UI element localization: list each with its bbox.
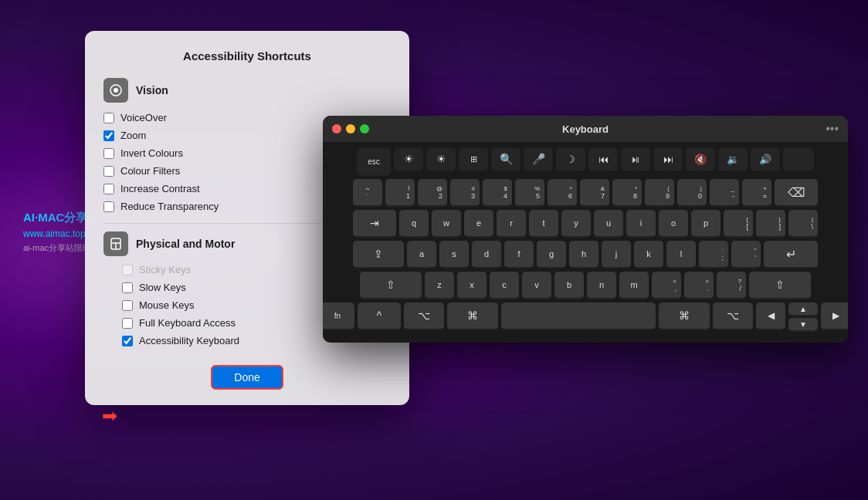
key-right-arrow[interactable]: ▶: [821, 302, 848, 330]
key-vol-down[interactable]: 🔉: [718, 148, 748, 171]
key-c[interactable]: c: [490, 272, 519, 299]
key-f[interactable]: f: [504, 241, 534, 269]
key-mission-control[interactable]: ⊞: [459, 148, 488, 171]
key-e[interactable]: e: [464, 210, 493, 238]
key-v[interactable]: v: [522, 272, 551, 299]
key-3[interactable]: #3: [450, 179, 480, 207]
key-a[interactable]: a: [407, 241, 436, 269]
sticky-keys-checkbox[interactable]: [122, 265, 133, 275]
key-s[interactable]: s: [439, 241, 469, 269]
key-down-arrow[interactable]: ▼: [788, 318, 818, 332]
key-open-bracket[interactable]: {[: [724, 210, 753, 238]
key-n[interactable]: n: [587, 272, 616, 299]
asdf-key-row: ⇪ a s d f g h j k l :; "' ↵: [331, 241, 840, 269]
increase-contrast-checkbox[interactable]: [103, 184, 114, 194]
minimize-button[interactable]: [346, 124, 355, 133]
key-o[interactable]: o: [659, 210, 688, 238]
key-return[interactable]: ↵: [764, 241, 818, 269]
key-6[interactable]: ^6: [548, 179, 577, 207]
mouse-keys-checkbox[interactable]: [122, 300, 133, 311]
done-button[interactable]: Done: [211, 365, 283, 390]
key-i[interactable]: i: [626, 210, 656, 238]
key-vol-up[interactable]: 🔊: [751, 148, 780, 171]
key-dictation[interactable]: 🎤: [524, 148, 553, 171]
key-play-pause[interactable]: ⏯: [621, 148, 650, 171]
key-mute[interactable]: 🔇: [686, 148, 715, 171]
reduce-transparency-label: Reduce Transparency: [120, 201, 219, 212]
physical-icon: [103, 231, 128, 256]
mouse-keys-label: Mouse Keys: [139, 299, 195, 311]
key-x[interactable]: x: [457, 272, 487, 299]
key-ctrl[interactable]: ^: [358, 302, 401, 330]
key-esc[interactable]: esc: [357, 148, 391, 176]
key-1[interactable]: !1: [385, 179, 415, 207]
key-7[interactable]: &7: [580, 179, 609, 207]
slow-keys-checkbox[interactable]: [122, 282, 133, 293]
key-right-option[interactable]: ⌥: [713, 302, 753, 330]
key-comma[interactable]: <,: [652, 272, 681, 299]
key-right-shift[interactable]: ⇧: [749, 272, 811, 299]
key-q[interactable]: q: [399, 210, 429, 238]
key-fast-forward[interactable]: ⏭: [653, 148, 683, 171]
key-close-bracket[interactable]: }]: [756, 210, 785, 238]
key-d[interactable]: d: [472, 241, 501, 269]
key-b[interactable]: b: [554, 272, 584, 299]
key-brightness-up[interactable]: ☀: [426, 148, 456, 171]
key-8[interactable]: *8: [612, 179, 642, 207]
more-options-button[interactable]: •••: [826, 122, 839, 136]
key-up-arrow[interactable]: ▲: [788, 302, 818, 316]
key-quote[interactable]: "': [731, 241, 761, 269]
zoom-checkbox[interactable]: [103, 130, 114, 141]
key-l[interactable]: l: [666, 241, 696, 269]
key-r[interactable]: r: [497, 210, 526, 238]
key-p[interactable]: p: [691, 210, 721, 238]
key-0[interactable]: )0: [677, 179, 707, 207]
key-slash[interactable]: ?/: [717, 272, 746, 299]
voiceover-checkbox[interactable]: [103, 113, 114, 123]
key-k[interactable]: k: [634, 241, 663, 269]
key-h[interactable]: h: [569, 241, 598, 269]
key-w[interactable]: w: [432, 210, 461, 238]
key-2[interactable]: @2: [418, 179, 447, 207]
key-f13[interactable]: [783, 148, 814, 171]
key-left-shift[interactable]: ⇧: [360, 272, 422, 299]
accessibility-keyboard-label: Accessibility Keyboard: [139, 335, 239, 346]
key-minus[interactable]: _-: [710, 179, 739, 207]
close-button[interactable]: [332, 124, 341, 133]
key-fn[interactable]: fn: [323, 302, 354, 330]
key-u[interactable]: u: [594, 210, 623, 238]
accessibility-keyboard-checkbox[interactable]: [122, 336, 133, 346]
key-tab[interactable]: ⇥: [353, 210, 396, 238]
key-backslash[interactable]: |\: [788, 210, 818, 238]
key-m[interactable]: m: [619, 272, 649, 299]
key-brightness-down[interactable]: ☀: [394, 148, 423, 171]
key-left-cmd[interactable]: ⌘: [447, 302, 498, 330]
key-rewind[interactable]: ⏮: [588, 148, 618, 171]
colour-filters-checkbox[interactable]: [103, 166, 114, 177]
key-period[interactable]: >.: [684, 272, 714, 299]
keyboard-titlebar: Keyboard •••: [323, 116, 848, 142]
key-9[interactable]: (9: [645, 179, 674, 207]
key-left-option[interactable]: ⌥: [404, 302, 444, 330]
key-spotlight[interactable]: 🔍: [491, 148, 520, 171]
invert-colours-checkbox[interactable]: [103, 148, 114, 159]
key-j[interactable]: j: [602, 241, 631, 269]
key-caps-lock[interactable]: ⇪: [353, 241, 404, 269]
key-left-arrow[interactable]: ◀: [756, 302, 785, 330]
key-4[interactable]: $4: [483, 179, 512, 207]
key-dnd[interactable]: ☽: [556, 148, 585, 171]
key-z[interactable]: z: [425, 272, 454, 299]
key-y[interactable]: y: [561, 210, 591, 238]
key-5[interactable]: %5: [515, 179, 544, 207]
maximize-button[interactable]: [360, 124, 369, 133]
key-equals[interactable]: +=: [742, 179, 771, 207]
key-g[interactable]: g: [537, 241, 566, 269]
key-backtick[interactable]: ~`: [353, 179, 382, 207]
key-backspace[interactable]: ⌫: [775, 179, 818, 207]
key-t[interactable]: t: [529, 210, 558, 238]
key-semicolon[interactable]: :;: [699, 241, 728, 269]
reduce-transparency-checkbox[interactable]: [103, 201, 114, 212]
key-right-cmd[interactable]: ⌘: [659, 302, 710, 330]
key-space[interactable]: [501, 302, 656, 330]
full-keyboard-checkbox[interactable]: [122, 318, 133, 329]
